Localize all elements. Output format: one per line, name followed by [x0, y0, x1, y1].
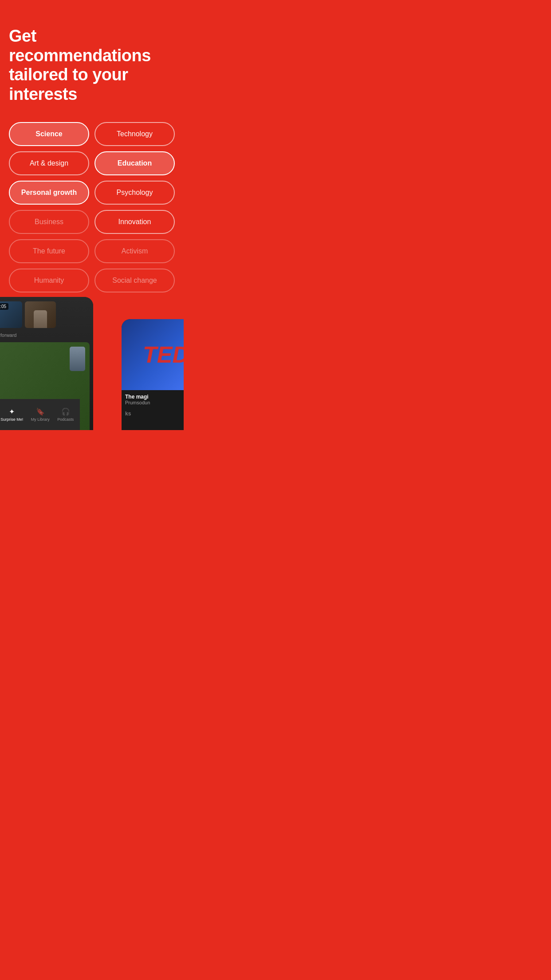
bottom-overlay: 15:05 ove forward 2₂ any with For parent… [0, 288, 184, 430]
bottom-nav: 🔍 Browse ✦ Surprise Me! 🔖 My Library 🎧 P… [0, 399, 80, 430]
interests-grid: Science Technology Art & design Educatio… [9, 122, 175, 292]
video-thumb-2 [25, 301, 56, 328]
interest-humanity[interactable]: Humanity [9, 269, 89, 292]
interest-activism[interactable]: Activism [94, 239, 175, 263]
library-icon: 🔖 [36, 407, 45, 416]
page-container: Get recommendations tailored to your int… [0, 0, 184, 292]
podcasts-icon: 🎧 [61, 407, 70, 416]
ted-author: Prumsodun [125, 400, 184, 405]
nav-surprise-label: Surprise Me! [0, 417, 23, 422]
interest-science[interactable]: Science [9, 122, 89, 146]
interest-business[interactable]: Business [9, 210, 89, 234]
interest-art-design[interactable]: Art & design [9, 151, 89, 175]
scroll-text: ove forward [0, 332, 89, 338]
interest-personal-growth[interactable]: Personal growth [9, 181, 89, 205]
phone-right: TED The magi Prumsodun ks [122, 319, 184, 430]
nav-podcasts-label: Podcasts [57, 417, 74, 422]
interest-the-future[interactable]: The future [9, 239, 89, 263]
ted-thumbnail: TED [122, 319, 184, 390]
nav-surprise[interactable]: ✦ Surprise Me! [0, 407, 23, 422]
nav-podcasts[interactable]: 🎧 Podcasts [57, 407, 74, 422]
interest-social-change[interactable]: Social change [94, 269, 175, 292]
phone-left: 15:05 ove forward 2₂ any with For parent… [0, 297, 93, 430]
interest-psychology[interactable]: Psychology [94, 181, 175, 205]
headline: Get recommendations tailored to your int… [9, 27, 175, 104]
interest-education[interactable]: Education [94, 151, 175, 175]
surprise-icon: ✦ [9, 407, 15, 416]
interest-innovation[interactable]: Innovation [94, 210, 175, 234]
timer-badge: 15:05 [0, 303, 8, 310]
nav-library-label: My Library [31, 417, 50, 422]
interest-technology[interactable]: Technology [94, 122, 175, 146]
phone-right-label: ks [122, 409, 184, 419]
ted-title: The magi [125, 394, 184, 400]
nav-library[interactable]: 🔖 My Library [31, 407, 50, 422]
ted-logo: TED [143, 341, 184, 368]
